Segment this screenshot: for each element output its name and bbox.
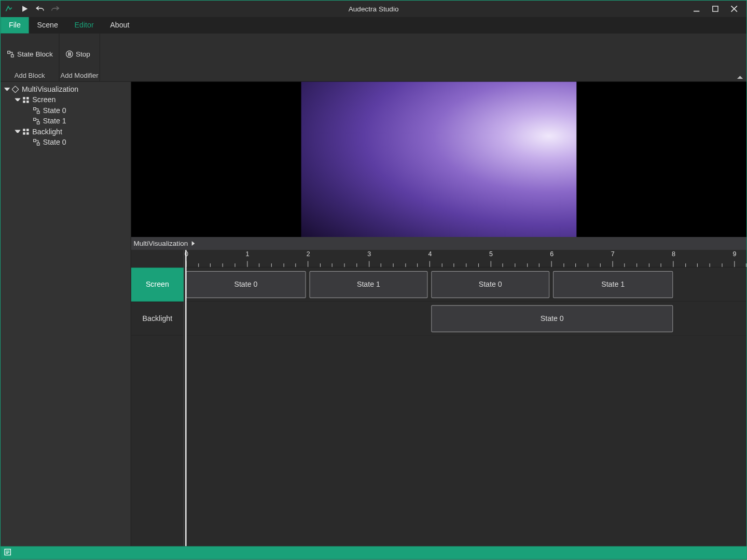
svg-rect-16 [37,111,39,114]
ribbon-group-label: Add Modifier [60,72,98,80]
ruler-number: 1 [245,250,249,258]
timeline-clip[interactable]: State 1 [553,271,673,298]
tree-icon [22,128,30,136]
tree-item[interactable]: State 1 [1,116,131,126]
ribbon-collapse-icon[interactable] [737,76,743,79]
tree-icon [32,138,40,146]
svg-marker-0 [22,6,27,11]
menu-editor[interactable]: Editor [66,17,102,34]
tree-icon [32,117,40,125]
tree-label: Screen [32,96,56,104]
ribbon-group-add-block: State Block Add Block [1,34,59,81]
tree-icon [32,106,40,115]
play-icon[interactable] [21,5,29,13]
chevron-down-icon[interactable] [15,129,20,134]
playhead[interactable] [185,250,186,547]
svg-rect-8 [68,52,69,55]
timeline: ScreenBacklight 0123456789 State 0State … [131,250,746,547]
svg-rect-14 [26,101,29,103]
tree-label: MultiVisualization [22,85,78,93]
breadcrumb[interactable]: MultiVisualization [131,237,746,250]
ribbon: State Block Add Block Stop Add Modifier [1,34,746,82]
ruler-number: 3 [367,250,371,258]
close-button[interactable] [730,5,738,13]
redo-icon[interactable] [51,5,60,13]
ribbon-group-label: Add Block [2,72,57,80]
menu-bar: File Scene Editor About [1,17,746,34]
timeline-clip[interactable]: State 0 [431,271,549,298]
tree-label: State 1 [43,117,66,125]
ruler-number: 6 [550,250,554,258]
menu-about[interactable]: About [102,17,137,34]
svg-rect-15 [34,108,36,110]
tree-item[interactable]: State 0 [1,105,131,116]
chevron-down-icon[interactable] [15,97,20,103]
svg-rect-23 [34,139,36,142]
track-label[interactable]: Backlight [131,302,184,336]
menu-scene[interactable]: Scene [29,17,66,34]
track-row[interactable]: State 0 [184,302,746,336]
status-icon [4,549,12,557]
svg-rect-11 [23,97,25,100]
undo-icon[interactable] [36,5,44,13]
window-title: Audectra Studio [1,5,746,13]
ruler-number: 9 [732,250,736,258]
ruler-number: 5 [489,250,493,258]
visualization-output [301,82,577,237]
svg-rect-13 [23,101,25,103]
chevron-down-icon[interactable] [4,87,10,92]
svg-rect-2 [713,6,718,11]
timeline-clip[interactable]: State 0 [186,271,306,298]
svg-rect-6 [11,54,14,57]
maximize-button[interactable] [711,5,720,13]
svg-rect-18 [37,122,39,124]
svg-rect-21 [23,132,25,135]
svg-rect-5 [8,51,10,53]
ruler-number: 2 [307,250,310,258]
scene-tree[interactable]: MultiVisualizationScreenState 0State 1Ba… [1,82,131,547]
ruler-number: 8 [672,250,675,258]
timeline-clip[interactable]: State 1 [310,271,428,298]
svg-rect-10 [12,86,19,93]
ribbon-group-add-modifier: Stop Add Modifier [59,34,100,81]
stop-label: Stop [76,50,90,58]
time-ruler[interactable]: 0123456789 [184,250,746,268]
tree-label: State 0 [43,138,66,146]
ruler-number: 7 [611,250,615,258]
timeline-clip[interactable]: State 0 [431,305,673,332]
state-block-button[interactable]: State Block [6,36,52,72]
tree-label: Backlight [32,128,62,136]
svg-rect-19 [23,129,25,131]
svg-rect-24 [37,143,39,146]
svg-rect-9 [70,52,71,55]
preview-canvas [131,82,746,237]
tree-item[interactable]: State 0 [1,137,131,147]
track-row[interactable]: State 0State 1State 0State 1 [184,268,746,302]
tree-item[interactable]: Backlight [1,127,131,137]
tree-item[interactable]: Screen [1,95,131,105]
status-bar [1,546,746,559]
app-logo [4,4,13,13]
title-bar: Audectra Studio [1,1,746,17]
svg-rect-17 [34,118,36,121]
track-label[interactable]: Screen [131,268,184,302]
state-block-label: State Block [17,50,53,58]
tree-icon [22,96,30,104]
menu-file[interactable]: File [1,17,29,34]
tree-icon [11,85,20,93]
tree-item[interactable]: MultiVisualization [1,84,131,94]
chevron-right-icon [191,241,195,246]
minimize-button[interactable] [693,5,701,13]
svg-point-7 [66,51,72,57]
svg-rect-12 [26,97,29,100]
tree-label: State 0 [43,106,66,115]
stop-button[interactable]: Stop [65,36,90,72]
svg-rect-22 [26,132,29,135]
svg-rect-20 [26,129,29,131]
ruler-number: 4 [428,250,432,258]
breadcrumb-item[interactable]: MultiVisualization [133,240,188,248]
